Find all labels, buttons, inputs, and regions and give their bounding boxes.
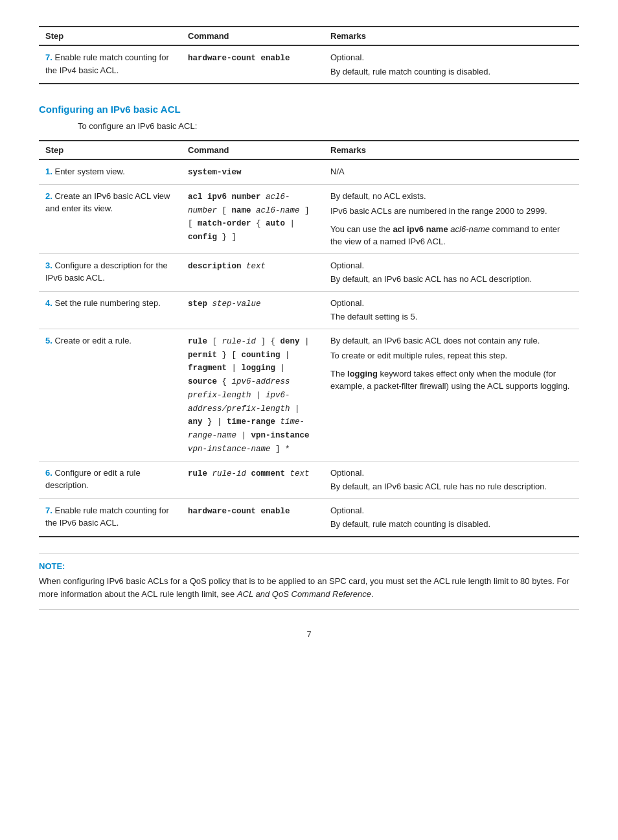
table-row: 5. Create or edit a rule.rule [ rule-id …: [39, 329, 579, 461]
step-number: 1.: [45, 167, 54, 176]
step-cell: 7. Enable rule match counting for the IP…: [39, 498, 181, 537]
top-table-header-command: Command: [181, 27, 324, 45]
remarks-cell: Optional.By default, an IPv6 basic ACL h…: [324, 253, 579, 291]
step-number: 7.: [45, 506, 54, 515]
top-table-header-remarks: Remarks: [324, 27, 579, 45]
step-text: Enter system view.: [54, 167, 124, 176]
table-row: 1. Enter system view.system-viewN/A: [39, 159, 579, 184]
step-text: Enable rule match counting for the IPv4 …: [45, 52, 169, 75]
remarks-cell: Optional.The default setting is 5.: [324, 291, 579, 329]
command-cell: rule rule-id comment text: [181, 461, 324, 498]
table-row: 7. Enable rule match counting for the IP…: [39, 498, 579, 537]
table-row: 2. Create an IPv6 basic ACL view and ent…: [39, 184, 579, 253]
table-row: 3. Configure a description for the IPv6 …: [39, 253, 579, 291]
main-table-section: Step Command Remarks 1. Enter system vie…: [39, 140, 579, 537]
step-number: 7.: [45, 52, 54, 62]
step-text: Set the rule numbering step.: [54, 298, 160, 308]
remarks-cell: Optional.By default, an IPv6 basic ACL r…: [324, 461, 579, 498]
table-row: 7. Enable rule match counting for the IP…: [39, 45, 579, 84]
command-cell: acl ipv6 number acl6-number [ name acl6-…: [181, 184, 324, 253]
step-cell: 2. Create an IPv6 basic ACL view and ent…: [39, 184, 181, 253]
step-cell: 6. Configure or edit a rule description.: [39, 461, 181, 498]
step-number: 5.: [45, 336, 54, 345]
command-cell: rule [ rule-id ] { deny | permit } [ cou…: [181, 329, 324, 461]
intro-text: To configure an IPv6 basic ACL:: [78, 121, 579, 131]
note-label: NOTE:: [39, 561, 579, 571]
section-heading: Configuring an IPv6 basic ACL: [39, 104, 579, 115]
table-row: 4. Set the rule numbering step.step step…: [39, 291, 579, 329]
step-number: 4.: [45, 298, 54, 308]
step-number: 2.: [45, 191, 54, 201]
step-number: 3.: [45, 261, 54, 270]
remarks-cell: By default, an IPv6 basic ACL does not c…: [324, 329, 579, 461]
command-cell: hardware-count enable: [181, 498, 324, 537]
command-cell: description text: [181, 253, 324, 291]
step-text: Enable rule match counting for the IPv6 …: [45, 506, 169, 528]
remarks-cell: Optional.By default, rule match counting…: [324, 498, 579, 537]
command-cell: hardware-count enable: [181, 45, 324, 84]
step-text: Configure a description for the IPv6 bas…: [45, 261, 168, 283]
step-text: Create or edit a rule.: [54, 336, 132, 345]
main-table-header-remarks: Remarks: [324, 141, 579, 159]
step-cell: 3. Configure a description for the IPv6 …: [39, 253, 181, 291]
step-text: Configure or edit a rule description.: [45, 468, 141, 491]
remarks-cell: By default, no ACL exists.IPv6 basic ACL…: [324, 184, 579, 253]
top-table-section: Step Command Remarks 7. Enable rule matc…: [39, 26, 579, 84]
main-table-header-command: Command: [181, 141, 324, 159]
command-cell: system-view: [181, 159, 324, 184]
remarks-cell: N/A: [324, 159, 579, 184]
main-table-header-step: Step: [39, 141, 181, 159]
step-cell: 4. Set the rule numbering step.: [39, 291, 181, 329]
top-table-header-step: Step: [39, 27, 181, 45]
step-cell: 5. Create or edit a rule.: [39, 329, 181, 461]
step-number: 6.: [45, 468, 54, 478]
step-cell: 1. Enter system view.: [39, 159, 181, 184]
table-row: 6. Configure or edit a rule description.…: [39, 461, 579, 498]
page-number: 7: [39, 629, 579, 639]
note-text: When configuring IPv6 basic ACLs for a Q…: [39, 575, 579, 602]
top-table: Step Command Remarks 7. Enable rule matc…: [39, 26, 579, 84]
note-section: NOTE: When configuring IPv6 basic ACLs f…: [39, 553, 579, 611]
command-cell: step step-value: [181, 291, 324, 329]
remarks-cell: Optional.By default, rule match counting…: [324, 45, 579, 84]
step-text: Create an IPv6 basic ACL view and enter …: [45, 191, 170, 214]
main-table: Step Command Remarks 1. Enter system vie…: [39, 140, 579, 537]
